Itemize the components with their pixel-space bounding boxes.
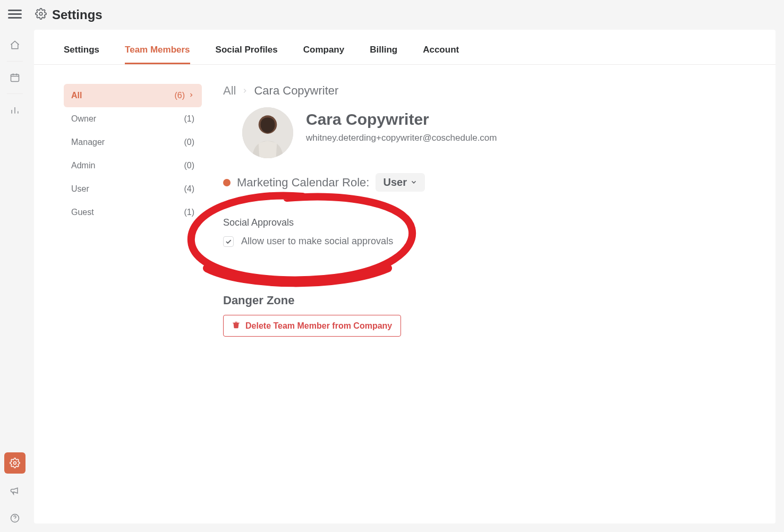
nav-help-icon[interactable]: [4, 508, 25, 529]
svg-point-4: [39, 12, 42, 15]
nav-settings-icon[interactable]: [4, 452, 25, 474]
danger-zone-heading: Danger Zone: [223, 294, 746, 307]
member-detail: All Cara Copywriter: [223, 84, 746, 337]
svg-point-3: [14, 520, 15, 521]
chevron-down-icon: [410, 176, 417, 188]
delete-team-member-button[interactable]: Delete Team Member from Company: [223, 315, 401, 337]
role-color-dot: [223, 179, 231, 186]
tab-company[interactable]: Company: [303, 45, 344, 64]
chevron-right-icon: [188, 91, 194, 100]
tab-settings[interactable]: Settings: [64, 45, 99, 64]
social-approvals-heading: Social Approvals: [223, 217, 746, 228]
breadcrumb-root[interactable]: All: [223, 84, 236, 98]
nav-divider: [7, 93, 23, 94]
filter-label: Manager: [71, 138, 105, 147]
filter-count: (4): [184, 184, 194, 194]
filter-label: User: [71, 184, 89, 194]
role-filter-list: All (6) Owner (1) Manager (0): [64, 84, 202, 337]
filter-guest[interactable]: Guest (1): [64, 201, 202, 224]
nav-home-icon[interactable]: [4, 35, 25, 56]
filter-label: Owner: [71, 114, 96, 124]
social-approvals-checkbox-label: Allow user to make social approvals: [241, 236, 393, 247]
filter-owner[interactable]: Owner (1): [64, 107, 202, 131]
role-field-label: Marketing Calendar Role:: [237, 176, 369, 190]
svg-rect-0: [11, 74, 19, 81]
filter-count: (6): [174, 91, 185, 100]
member-email: whitney.deterding+copywriter@coschedule.…: [306, 133, 497, 143]
tab-billing[interactable]: Billing: [370, 45, 397, 64]
filter-count: (1): [184, 114, 194, 124]
avatar: [242, 107, 293, 158]
left-nav-rail: [0, 0, 30, 532]
filter-count: (0): [184, 138, 194, 147]
svg-point-1: [13, 462, 16, 465]
delete-button-label: Delete Team Member from Company: [245, 321, 392, 331]
filter-label: All: [71, 91, 82, 100]
filter-count: (0): [184, 161, 194, 170]
filter-label: Guest: [71, 208, 94, 217]
hamburger-menu-icon[interactable]: [8, 10, 22, 19]
chevron-right-icon: [241, 84, 249, 98]
filter-count: (1): [184, 208, 194, 217]
trash-icon: [232, 321, 240, 331]
topbar: Settings: [30, 0, 784, 30]
member-name: Cara Copywriter: [306, 110, 497, 128]
nav-divider: [7, 61, 23, 62]
nav-megaphone-icon[interactable]: [4, 480, 25, 501]
role-dropdown[interactable]: User: [376, 173, 424, 192]
page-title: Settings: [52, 7, 103, 22]
tab-team-members[interactable]: Team Members: [125, 45, 190, 64]
role-value: User: [383, 176, 406, 188]
social-approvals-checkbox[interactable]: [223, 236, 234, 247]
filter-all[interactable]: All (6): [64, 84, 202, 107]
breadcrumb-current: Cara Copywriter: [254, 84, 338, 98]
nav-calendar-icon[interactable]: [4, 67, 25, 88]
filter-admin[interactable]: Admin (0): [64, 154, 202, 177]
filter-manager[interactable]: Manager (0): [64, 131, 202, 154]
settings-card: Settings Team Members Social Profiles Co…: [34, 30, 776, 524]
gear-icon: [35, 8, 47, 22]
tab-account[interactable]: Account: [423, 45, 459, 64]
tab-bar: Settings Team Members Social Profiles Co…: [34, 30, 776, 65]
nav-analytics-icon[interactable]: [4, 99, 25, 121]
filter-user[interactable]: User (4): [64, 177, 202, 201]
tab-social-profiles[interactable]: Social Profiles: [216, 45, 278, 64]
filter-label: Admin: [71, 161, 95, 170]
breadcrumb: All Cara Copywriter: [223, 84, 746, 98]
